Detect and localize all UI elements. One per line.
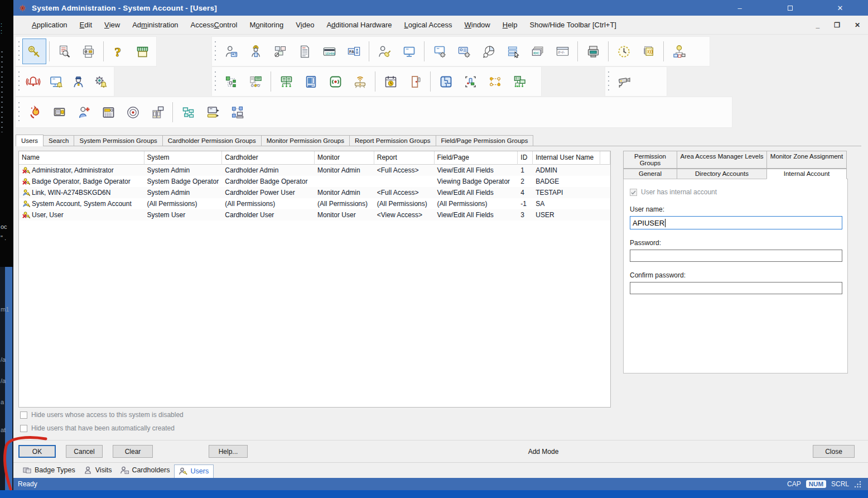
toolbar-button-cabinet-monitor[interactable] (145, 99, 170, 125)
toolbar-button-chip-cards[interactable] (636, 39, 660, 64)
menu-access-control[interactable]: Access Control (185, 16, 244, 34)
panel-tab-permission-groups[interactable]: Permission Groups (623, 151, 677, 169)
tab-field-page-permission-groups[interactable]: Field/Page Permission Groups (436, 135, 534, 146)
menu-application[interactable]: Application (26, 16, 74, 34)
toolbar-button-monitor-config[interactable] (427, 39, 452, 64)
toolbar-button-intercom-phone[interactable] (298, 69, 323, 94)
resize-grip[interactable] (854, 481, 861, 488)
table-row[interactable]: Badge Operator, Badge OperatorSystem Bad… (19, 176, 610, 187)
toolbar-button-person-add[interactable] (71, 99, 96, 125)
toolbar-button-badge-market[interactable] (131, 39, 155, 64)
column-header-id[interactable]: ID (518, 151, 533, 165)
column-header-cardholder[interactable]: Cardholder (222, 151, 315, 165)
toolbar-button-cctv-camera[interactable] (612, 69, 636, 94)
module-tab-cardholders[interactable]: Cardholders (116, 464, 174, 477)
menu-additional-hardware[interactable]: Additional Hardware (320, 16, 398, 34)
toolbar-button-floorplan[interactable] (433, 69, 458, 94)
column-header-report[interactable]: Report (374, 151, 435, 165)
toolbar-button-visitor-worker[interactable] (243, 39, 268, 64)
menu-window[interactable]: Window (458, 16, 496, 34)
toolbar-drag-handle[interactable] (214, 41, 216, 61)
toolbar-button-monitor-alert[interactable] (45, 69, 67, 94)
panel-tab-area-access-manager-levels[interactable]: Area Access Manager Levels (677, 151, 767, 169)
tab-system-permission-groups[interactable]: System Permission Groups (74, 135, 162, 146)
checkbox-hide-disabled[interactable] (20, 411, 27, 419)
table-row[interactable]: Link, WIN-A274BSKGD6NSystem AdminCardhol… (19, 187, 610, 198)
column-header-filler[interactable] (600, 151, 610, 165)
toolbar-button-radio-circle[interactable] (120, 99, 145, 125)
toolbar-button-card-stack[interactable]: IDC (525, 39, 550, 64)
panel-tab-monitor-zone-assignment[interactable]: Monitor Zone Assignment (766, 151, 847, 169)
toolbar-button-access-tree[interactable] (219, 69, 243, 94)
mdi-close-button[interactable]: ✕ (855, 21, 860, 29)
toolbar-button-keypad-device[interactable] (96, 99, 120, 125)
toolbar-button-card-number[interactable]: 123456 (317, 39, 341, 64)
toolbar-drag-handle[interactable] (18, 71, 20, 92)
table-row[interactable]: System Account, System Account(All Permi… (19, 198, 610, 209)
checkbox-hide-auto-created[interactable] (20, 425, 27, 432)
tab-cardholder-permission-groups[interactable]: Cardholder Permission Groups (162, 135, 262, 146)
toolbar-button-panel-network[interactable] (243, 69, 268, 94)
toolbar-button-reader-boards[interactable] (274, 69, 298, 94)
panel-tab-directory-accounts[interactable]: Directory Accounts (677, 169, 767, 180)
toolbar-button-monitor-share[interactable] (200, 99, 225, 125)
cancel-button[interactable]: Cancel (66, 445, 103, 458)
toolbar-button-list-cursor[interactable] (501, 39, 525, 64)
toolbar-button-wireless-base[interactable] (348, 69, 372, 94)
toolbar-button-badge-print[interactable] (76, 39, 100, 64)
menu-show-hide-toolbar-ctrl-t[interactable]: Show/Hide Toolbar [Ctrl+T] (523, 16, 622, 34)
column-header-field-page[interactable]: Field/Page (435, 151, 518, 165)
toolbar-button-user-directory[interactable] (219, 39, 243, 64)
toolbar-button-intercom-unit[interactable] (47, 99, 71, 125)
toolbar-button-user-search[interactable] (52, 39, 76, 64)
toolbar-button-network-monitors[interactable] (507, 69, 532, 94)
toolbar-button-network-hub[interactable] (176, 99, 200, 125)
window-minimize-button[interactable]: – (727, 0, 752, 16)
module-tab-visits[interactable]: Visits (80, 464, 117, 477)
toolbar-button-timezone-calendar[interactable] (378, 69, 403, 94)
toolbar-button-login-key[interactable] (22, 39, 46, 64)
toolbar-button-workstation-diagram[interactable] (225, 99, 249, 125)
toolbar-button-report-doc[interactable] (292, 39, 317, 64)
menu-edit[interactable]: Edit (74, 16, 98, 34)
window-maximize-button[interactable] (778, 0, 802, 16)
toolbar-button-link-chain[interactable] (483, 69, 507, 94)
window-close-button[interactable]: ✕ (828, 0, 852, 16)
confirm-password-input[interactable] (630, 282, 842, 294)
toolbar-button-badge-person[interactable] (372, 39, 397, 64)
tab-monitor-permission-groups[interactable]: Monitor Permission Groups (261, 135, 350, 146)
toolbar-button-network-lamp[interactable] (667, 39, 691, 64)
password-input[interactable] (630, 250, 842, 262)
toolbar-button-segment-map[interactable] (268, 39, 292, 64)
close-button[interactable]: Close (813, 445, 855, 458)
table-row[interactable]: Administrator, AdministratorSystem Admin… (19, 165, 610, 176)
menu-monitoring[interactable]: Monitoring (243, 16, 290, 34)
username-input[interactable]: APIUSER (630, 216, 842, 229)
tab-search[interactable]: Search (43, 135, 74, 146)
toolbar-button-guard[interactable] (67, 69, 89, 94)
menu-view[interactable]: View (98, 16, 126, 34)
menu-administration[interactable]: Administration (126, 16, 184, 34)
ok-button[interactable]: OK (18, 445, 56, 458)
help-button[interactable]: Help... (209, 445, 248, 458)
toolbar-button-code-window[interactable]: //~/- (550, 39, 575, 64)
toolbar-button-gear-alert[interactable] (90, 69, 112, 94)
toolbar-drag-handle[interactable] (18, 102, 20, 122)
toolbar-drag-handle[interactable] (607, 71, 610, 92)
clear-button[interactable]: Clear (113, 445, 153, 458)
checkbox-user-has-internal-account[interactable] (630, 189, 637, 196)
module-tab-users[interactable]: Users (174, 465, 214, 478)
menu-logical-access[interactable]: Logical Access (398, 16, 458, 34)
toolbar-button-door-contact[interactable] (403, 69, 427, 94)
tab-report-permission-groups[interactable]: Report Permission Groups (349, 135, 436, 146)
toolbar-button-fax-badge[interactable]: FA (341, 39, 366, 64)
panel-tab-general[interactable]: General (623, 169, 677, 180)
toolbar-button-pie-map[interactable] (476, 39, 501, 64)
filter-auto-created-users[interactable]: Hide users that have been automatically … (20, 424, 175, 432)
toolbar-drag-handle[interactable] (18, 41, 20, 61)
toolbar-button-alarm-bell[interactable] (22, 69, 45, 94)
mdi-minimize-button[interactable]: _ (816, 21, 819, 29)
toolbar-button-device-printer[interactable] (581, 39, 605, 64)
toolbar-button-fire[interactable] (22, 99, 47, 125)
column-header-system[interactable]: System (144, 151, 223, 165)
